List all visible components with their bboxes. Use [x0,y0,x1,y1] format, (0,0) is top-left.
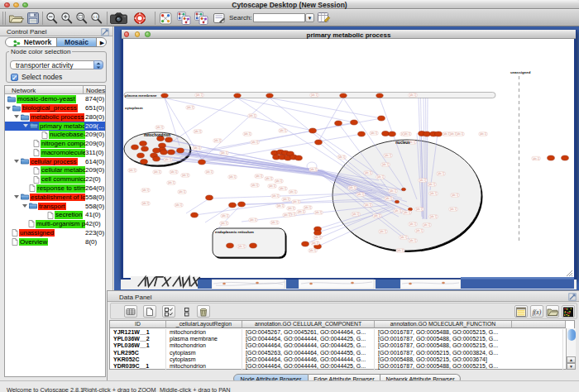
svg-text:[abc 1]: [abc 1] [244,132,251,136]
svg-text:nucleus: nucleus [395,141,410,145]
svg-text:[abc 1]: [abc 1] [457,132,463,136]
svg-text:[abc 1]: [abc 1] [423,223,430,227]
svg-text:[abc 1]: [abc 1] [206,170,213,174]
svg-text:[abc 1]: [abc 1] [156,126,163,129]
svg-text:[abc 1]: [abc 1] [222,214,228,218]
svg-text:[abc 1]: [abc 1] [269,184,275,188]
svg-text:[abc 1]: [abc 1] [221,151,227,155]
svg-text:[abc 1]: [abc 1] [430,192,437,195]
svg-text:[abc 1]: [abc 1] [256,174,262,178]
svg-text:[abc 1]: [abc 1] [416,208,423,211]
svg-text:[abc 1]: [abc 1] [142,202,149,205]
svg-text:[abc 1]: [abc 1] [314,236,321,239]
svg-text:[abc 1]: [abc 1] [165,158,171,161]
svg-text:[abc 1]: [abc 1] [194,130,201,133]
svg-text:[abc 1]: [abc 1] [129,169,136,172]
svg-text:[abc 1]: [abc 1] [142,189,149,192]
svg-text:[abc 1]: [abc 1] [400,236,407,239]
svg-text:[abc 1]: [abc 1] [385,154,391,157]
svg-text:mitochondrion: mitochondrion [144,133,170,137]
svg-text:[abc 1]: [abc 1] [170,170,177,174]
svg-text:[abc 1]: [abc 1] [312,241,318,245]
svg-text:cytoplasm: cytoplasm [125,106,143,110]
svg-text:[abc 1]: [abc 1] [196,93,203,97]
svg-text:[abc 1]: [abc 1] [382,163,389,166]
svg-text:[abc 1]: [abc 1] [409,239,416,242]
svg-text:[abc 1]: [abc 1] [371,131,377,135]
svg-text:[abc 1]: [abc 1] [452,194,458,197]
svg-text:[abc 1]: [abc 1] [283,198,290,201]
svg-text:[abc 1]: [abc 1] [311,93,318,97]
svg-text:[abc 1]: [abc 1] [385,197,392,200]
svg-text:[abc 1]: [abc 1] [480,132,486,136]
svg-text:[abc 1]: [abc 1] [438,172,444,175]
svg-text:[abc 1]: [abc 1] [310,168,317,171]
svg-text:[abc 1]: [abc 1] [182,174,189,177]
svg-text:[abc 1]: [abc 1] [304,206,311,209]
svg-text:[abc 1]: [abc 1] [365,171,371,174]
svg-text:[abc 1]: [abc 1] [187,106,194,109]
svg-text:[abc 1]: [abc 1] [168,181,175,184]
svg-text:[abc 1]: [abc 1] [338,155,345,159]
svg-text:[abc 1]: [abc 1] [404,132,410,136]
svg-text:f(x): f(x) [533,308,542,316]
svg-text:[abc 1]: [abc 1] [397,249,404,252]
svg-text:[abc 1]: [abc 1] [450,208,457,211]
svg-text:[abc 1]: [abc 1] [214,139,221,142]
svg-text:[abc 1]: [abc 1] [154,170,160,174]
svg-text:[abc 1]: [abc 1] [194,146,200,150]
svg-text:[abc 1]: [abc 1] [277,204,284,208]
svg-text:[abc 1]: [abc 1] [271,221,278,224]
svg-text:[abc 1]: [abc 1] [288,207,294,210]
svg-text:endoplasmic reticulum: endoplasmic reticulum [215,230,254,234]
svg-text:[abc 1]: [abc 1] [221,222,227,225]
svg-text:[abc 1]: [abc 1] [251,141,258,144]
svg-text:[abc 1]: [abc 1] [315,211,322,214]
svg-text:[abc 1]: [abc 1] [374,214,380,218]
svg-text:[abc 1]: [abc 1] [290,190,296,194]
svg-text:[abc 1]: [abc 1] [249,114,256,117]
svg-text:[abc 1]: [abc 1] [380,230,386,233]
svg-text:[abc 1]: [abc 1] [349,186,356,189]
svg-text:[abc 1]: [abc 1] [430,215,437,218]
svg-text:[abc 1]: [abc 1] [266,177,272,180]
svg-text:[abc 1]: [abc 1] [409,93,416,97]
svg-text:[abc 1]: [abc 1] [272,194,279,198]
svg-text:[abc 1]: [abc 1] [238,245,245,248]
svg-text:[abc 1]: [abc 1] [365,203,371,207]
svg-text:[abc 1]: [abc 1] [293,200,299,203]
svg-text:[abc 1]: [abc 1] [275,179,282,183]
svg-text:[abc 1]: [abc 1] [352,213,359,216]
svg-text:1:1: 1:1 [93,15,98,19]
svg-text:[abc 1]: [abc 1] [284,213,290,217]
svg-text:[abc 1]: [abc 1] [395,209,401,213]
svg-text:[abc 1]: [abc 1] [409,222,416,226]
svg-text:[abc 1]: [abc 1] [416,229,423,232]
svg-text:[abc 1]: [abc 1] [419,179,426,182]
svg-text:[abc 1]: [abc 1] [404,211,410,214]
svg-text:[abc 1]: [abc 1] [280,129,286,132]
svg-text:[abc 1]: [abc 1] [179,190,185,194]
svg-text:[abc 1]: [abc 1] [250,218,256,222]
svg-text:[abc 1]: [abc 1] [309,249,316,252]
svg-text:[abc 1]: [abc 1] [229,175,236,179]
svg-text:plasma membrane: plasma membrane [125,93,157,98]
svg-text:[abc 1]: [abc 1] [377,175,384,179]
svg-text:[abc 1]: [abc 1] [357,193,364,196]
svg-text:unassigned: unassigned [510,70,531,74]
svg-text:[abc 1]: [abc 1] [251,184,258,187]
svg-text:[abc 1]: [abc 1] [428,183,435,186]
svg-text:[abc 1]: [abc 1] [280,187,286,190]
svg-text:[abc 1]: [abc 1] [298,210,304,213]
svg-text:[abc 1]: [abc 1] [175,203,182,207]
svg-text:[abc 1]: [abc 1] [390,189,396,193]
svg-text:[abc 1]: [abc 1] [533,157,539,160]
